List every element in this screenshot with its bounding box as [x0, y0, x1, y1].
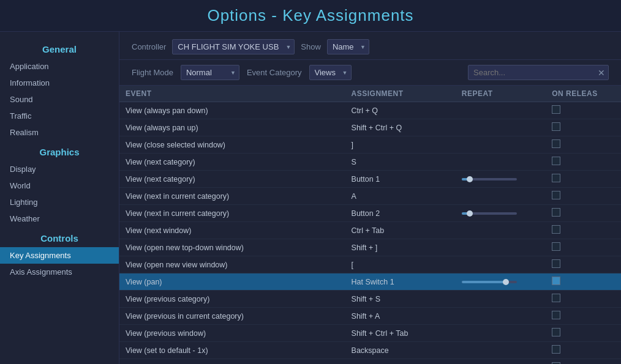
filter-row: Flight Mode Normal Instrument Slew Event…	[119, 60, 621, 86]
cell-onreleas[interactable]	[546, 119, 621, 136]
cell-onreleas[interactable]	[546, 359, 621, 365]
sidebar-item-weather[interactable]: Weather	[0, 210, 119, 227]
sidebar-item-lighting[interactable]: Lighting	[0, 194, 119, 210]
cell-assignment: Shift + S	[345, 291, 456, 308]
onreleas-checkbox[interactable]	[552, 225, 560, 234]
table-row[interactable]: View (previous in current category)Shift…	[119, 308, 621, 325]
repeat-slider[interactable]	[462, 212, 517, 215]
controller-select[interactable]: CH FLIGHT SIM YOKE USB	[172, 39, 295, 54]
sidebar-item-information[interactable]: Information	[0, 75, 119, 91]
cell-onreleas[interactable]	[546, 256, 621, 273]
cell-onreleas[interactable]	[546, 342, 621, 359]
sidebar-section-general: General	[0, 38, 119, 58]
cell-assignment: Button 1	[345, 171, 456, 188]
cell-repeat	[456, 359, 546, 365]
cell-assignment: S	[345, 154, 456, 171]
cell-event: View (previous in current category)	[119, 308, 345, 325]
onreleas-checkbox[interactable]	[552, 191, 560, 199]
table-row[interactable]: View (previous category)Shift + S	[119, 291, 621, 308]
cell-event: View (next category)	[119, 154, 345, 171]
event-category-select[interactable]: Views	[309, 65, 352, 80]
cell-onreleas[interactable]	[546, 136, 621, 154]
cell-repeat	[456, 308, 546, 325]
flight-mode-label: Flight Mode	[132, 68, 173, 77]
cell-repeat[interactable]	[456, 171, 546, 188]
cell-onreleas[interactable]	[546, 325, 621, 342]
cell-onreleas[interactable]	[546, 188, 621, 205]
table-row[interactable]: View (open new view window)[	[119, 256, 621, 273]
cell-event: View (next in current category)	[119, 205, 345, 222]
controller-select-wrapper: CH FLIGHT SIM YOKE USB	[172, 39, 295, 54]
onreleas-checkbox[interactable]	[552, 139, 560, 148]
search-clear-icon[interactable]: ✕	[598, 68, 605, 78]
cell-repeat	[456, 256, 546, 273]
event-category-select-wrapper: Views	[309, 65, 352, 80]
cell-event: View (snap to fixed view)	[119, 359, 345, 365]
cell-repeat	[456, 342, 546, 359]
onreleas-checkbox[interactable]	[552, 157, 560, 165]
onreleas-checkbox[interactable]	[552, 122, 560, 131]
col-header-event: EVENT	[119, 86, 345, 102]
table-row[interactable]: View (next in current category)A	[119, 188, 621, 205]
cell-event: View (next window)	[119, 222, 345, 239]
cell-onreleas[interactable]	[546, 291, 621, 308]
table-row[interactable]: View (open new top-down window)Shift + ]	[119, 239, 621, 256]
search-wrapper: ✕	[468, 65, 609, 80]
cell-event: View (close selected window)	[119, 136, 345, 154]
sidebar-item-realism[interactable]: Realism	[0, 124, 119, 141]
sidebar-item-display[interactable]: Display	[0, 161, 119, 177]
table-row[interactable]: View (pan)Hat Switch 1	[119, 273, 621, 291]
cell-event: View (always pan down)	[119, 102, 345, 119]
onreleas-checkbox[interactable]	[552, 174, 560, 182]
content-area: Controller CH FLIGHT SIM YOKE USB Show N…	[119, 32, 621, 364]
table-row[interactable]: View (next in current category)Button 2	[119, 205, 621, 222]
search-input[interactable]	[468, 65, 609, 80]
table-row[interactable]: View (set to default - 1x)Backspace	[119, 342, 621, 359]
onreleas-checkbox[interactable]	[552, 328, 560, 336]
cell-repeat	[456, 291, 546, 308]
cell-onreleas[interactable]	[546, 154, 621, 171]
cell-onreleas[interactable]	[546, 239, 621, 256]
table-row[interactable]: View (next category)S	[119, 154, 621, 171]
cell-event: View (always pan up)	[119, 119, 345, 136]
cell-onreleas[interactable]	[546, 273, 621, 291]
table-row[interactable]: View (previous window)Shift + Ctrl + Tab	[119, 325, 621, 342]
table-row[interactable]: View (next window)Ctrl + Tab	[119, 222, 621, 239]
cell-repeat	[456, 119, 546, 136]
table-row[interactable]: View (next category)Button 1	[119, 171, 621, 188]
table-row[interactable]: View (always pan up)Shift + Ctrl + Q	[119, 119, 621, 136]
cell-onreleas[interactable]	[546, 308, 621, 325]
cell-assignment: Button 2	[345, 205, 456, 222]
cell-onreleas[interactable]	[546, 102, 621, 119]
table-row[interactable]: View (always pan down)Ctrl + Q	[119, 102, 621, 119]
table-row[interactable]: View (close selected window)]	[119, 136, 621, 154]
sidebar-item-axis-assignments[interactable]: Axis Assignments	[0, 264, 119, 280]
cell-repeat[interactable]	[456, 205, 546, 222]
cell-repeat[interactable]	[456, 273, 546, 291]
onreleas-checkbox[interactable]	[552, 311, 560, 319]
repeat-slider[interactable]	[462, 178, 517, 180]
col-header-onreleas: ON RELEAS	[546, 86, 621, 102]
sidebar-item-application[interactable]: Application	[0, 58, 119, 75]
table-row[interactable]: View (snap to fixed view)	[119, 359, 621, 365]
cell-assignment: Shift + Ctrl + Q	[345, 119, 456, 136]
onreleas-checkbox[interactable]	[552, 277, 560, 285]
cell-onreleas[interactable]	[546, 222, 621, 239]
show-select[interactable]: Name Code	[327, 39, 369, 54]
cell-onreleas[interactable]	[546, 205, 621, 222]
flight-mode-select[interactable]: Normal Instrument Slew	[181, 65, 239, 80]
cell-assignment: Ctrl + Q	[345, 102, 456, 119]
sidebar-item-key-assignments[interactable]: Key Assignments	[0, 247, 119, 264]
onreleas-checkbox[interactable]	[552, 294, 560, 302]
sidebar-item-traffic[interactable]: Traffic	[0, 108, 119, 124]
show-label: Show	[301, 42, 321, 51]
onreleas-checkbox[interactable]	[552, 105, 560, 114]
onreleas-checkbox[interactable]	[552, 259, 560, 268]
onreleas-checkbox[interactable]	[552, 242, 560, 251]
onreleas-checkbox[interactable]	[552, 345, 560, 354]
sidebar-item-sound[interactable]: Sound	[0, 91, 119, 108]
onreleas-checkbox[interactable]	[552, 208, 560, 217]
sidebar-item-world[interactable]: World	[0, 177, 119, 194]
cell-onreleas[interactable]	[546, 171, 621, 188]
repeat-slider[interactable]	[462, 281, 517, 283]
